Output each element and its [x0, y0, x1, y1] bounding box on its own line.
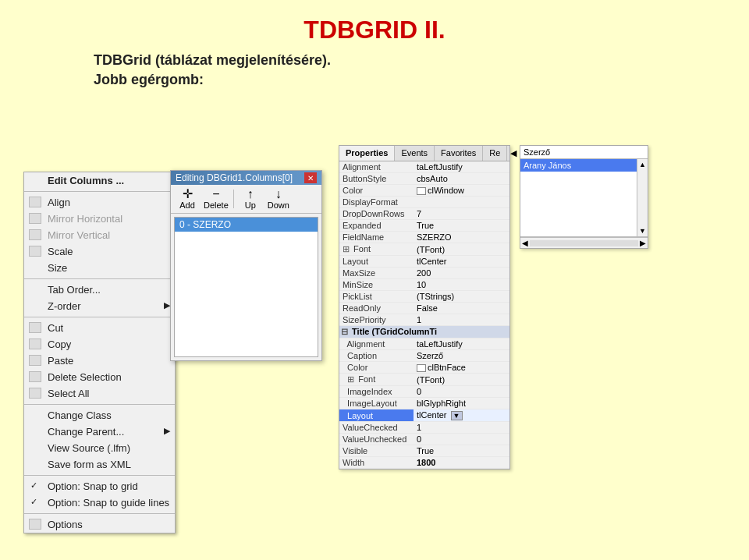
prop-name-title-alignment: Alignment — [339, 338, 414, 350]
menu-item-save-form[interactable]: Save form as XML — [24, 456, 175, 473]
menu-item-edit-columns[interactable]: Edit Columns ... — [24, 172, 175, 189]
szerzo-scrollbar: ▲ ▼ — [637, 159, 648, 236]
tab-properties[interactable]: Properties — [339, 146, 395, 161]
menu-item-tab-order[interactable]: Tab Order... — [24, 282, 175, 298]
prop-value-dropdownrows[interactable]: 7 — [414, 208, 509, 220]
prop-value-picklist[interactable]: (TStrings) — [414, 291, 509, 303]
prop-value-valuechecked[interactable]: 1 — [414, 422, 509, 434]
prop-value-color[interactable]: clWindow — [414, 185, 509, 197]
prop-value-readonly[interactable]: False — [414, 303, 509, 314]
columns-list[interactable]: 0 - SZERZO — [174, 217, 318, 357]
prop-name-valuechecked: ValueChecked — [339, 422, 414, 434]
color-swatch — [417, 187, 426, 195]
up-button[interactable]: ↑ Up — [239, 188, 262, 210]
menu-item-scale[interactable]: Scale — [24, 243, 175, 260]
prop-value-title-font[interactable]: (TFont) — [414, 374, 509, 386]
list-item-szerzo[interactable]: 0 - SZERZO — [175, 218, 318, 232]
layout-dropdown[interactable]: ▼ — [451, 411, 463, 420]
tab-events[interactable]: Events — [395, 146, 435, 161]
prop-maxsize: MaxSize 200 — [339, 268, 509, 279]
scroll-up[interactable]: ▲ — [637, 161, 648, 168]
menu-item-size[interactable]: Size — [24, 260, 175, 276]
prop-name-maxsize: MaxSize — [339, 268, 414, 279]
add-button[interactable]: ✛ Add — [176, 188, 199, 210]
options-icon — [29, 519, 41, 530]
prop-value-font[interactable]: (TFont) — [414, 243, 509, 256]
tab-favorites[interactable]: Favorites — [435, 146, 483, 161]
menu-item-paste[interactable]: Paste — [24, 353, 175, 369]
prop-value-title-layout[interactable]: tlCenter ▼ — [414, 409, 509, 422]
menu-item-view-source[interactable]: View Source (.lfm) — [24, 440, 175, 456]
prop-value-buttonstyle[interactable]: cbsAuto — [414, 173, 509, 185]
menu-item-align[interactable]: Align — [24, 194, 175, 211]
prop-expanded: Expanded True — [339, 220, 509, 232]
context-menu: Edit Columns ... Align Mirror Horizontal… — [23, 172, 176, 533]
prop-valuechecked: ValueChecked 1 — [339, 422, 509, 434]
down-button[interactable]: ↓ Down — [267, 188, 290, 210]
menu-divider-1 — [24, 191, 175, 192]
prop-title-caption: Caption Szerző — [339, 350, 509, 362]
prop-picklist: PickList (TStrings) — [339, 291, 509, 303]
prop-dropdownrows: DropDownRows 7 — [339, 208, 509, 220]
menu-item-change-parent[interactable]: Change Parent... ▶ — [24, 424, 175, 440]
delete-button[interactable]: − Delete — [204, 188, 229, 210]
prop-value-title-imagelayout[interactable]: blGlyphRight — [414, 398, 509, 409]
menu-item-snap-guide[interactable]: ✓ Option: Snap to guide lines — [24, 494, 175, 511]
hscroll-right[interactable]: ▶ — [640, 239, 646, 247]
menu-item-change-class[interactable]: Change Class — [24, 407, 175, 424]
mirror-h-icon — [29, 213, 41, 224]
prop-title-layout[interactable]: Layout tlCenter ▼ — [339, 409, 509, 422]
prop-value-fieldname[interactable]: SZERZO — [414, 232, 509, 243]
prop-name-color: Color — [339, 185, 414, 197]
prop-value-layout[interactable]: tlCenter — [414, 256, 509, 268]
szerzo-panel: Szerző Arany János ▲ ▼ ◀ ▶ — [520, 145, 648, 249]
align-icon — [29, 197, 41, 207]
prop-value-sizepriority[interactable]: 1 — [414, 314, 509, 326]
prop-title-header: ⊟ Title (TGridColumnTi — [339, 326, 509, 338]
dialog-close-button[interactable]: ✕ — [304, 172, 317, 183]
subtitle2: Jobb egérgomb: — [94, 72, 749, 88]
prop-value-valueunchecked[interactable]: 0 — [414, 434, 509, 445]
menu-item-cut[interactable]: Cut — [24, 320, 175, 336]
prop-value-alignment[interactable]: taLeftJustify — [414, 161, 509, 173]
menu-item-select-all[interactable]: Select All — [24, 385, 175, 402]
delete-icon — [29, 371, 41, 382]
prop-value-title-color[interactable]: clBtnFace — [414, 362, 509, 374]
szerzo-hscrollbar: ◀ ▶ — [520, 237, 648, 248]
prop-buttonstyle: ButtonStyle cbsAuto — [339, 173, 509, 185]
props-nav-left[interactable]: ◀ — [507, 146, 520, 161]
menu-item-snap-grid[interactable]: ✓ Option: Snap to grid — [24, 478, 175, 494]
hscroll-left[interactable]: ◀ — [522, 239, 528, 247]
prop-value-displayformat[interactable] — [414, 197, 509, 208]
prop-alignment: Alignment taLeftJustify — [339, 161, 509, 173]
prop-name-font: ⊞ Font — [339, 243, 414, 256]
prop-value-title-imageindex[interactable]: 0 — [414, 386, 509, 398]
menu-item-z-order[interactable]: Z-order ▶ — [24, 298, 175, 314]
menu-item-mirror-horizontal[interactable]: Mirror Horizontal — [24, 211, 175, 227]
prop-value-title-alignment[interactable]: taLeftJustify — [414, 338, 509, 350]
paste-icon — [29, 355, 41, 366]
prop-name-width: Width — [339, 457, 414, 469]
prop-title-font: ⊞ Font (TFont) — [339, 374, 509, 386]
prop-value-minsize[interactable]: 10 — [414, 279, 509, 291]
prop-value-visible[interactable]: True — [414, 445, 509, 457]
prop-value-expanded[interactable]: True — [414, 220, 509, 232]
menu-item-copy[interactable]: Copy — [24, 336, 175, 353]
down-label: Down — [268, 200, 289, 210]
prop-name-alignment: Alignment — [339, 161, 414, 173]
prop-readonly: ReadOnly False — [339, 303, 509, 314]
scale-icon — [29, 246, 41, 257]
prop-name-buttonstyle: ButtonStyle — [339, 173, 414, 185]
prop-value-width[interactable]: 1800 — [414, 457, 509, 469]
dialog-title: Editing DBGrid1.Columns[0] — [176, 172, 293, 183]
menu-item-options[interactable]: Options — [24, 516, 175, 533]
menu-item-delete-selection[interactable]: Delete Selection — [24, 369, 175, 385]
scroll-down[interactable]: ▼ — [637, 227, 648, 235]
prop-name-dropdownrows: DropDownRows — [339, 208, 414, 220]
menu-item-mirror-vertical[interactable]: Mirror Vertical — [24, 227, 175, 243]
prop-value-maxsize[interactable]: 200 — [414, 268, 509, 279]
tab-re[interactable]: Re — [483, 146, 507, 161]
prop-value-title-caption[interactable]: Szerző — [414, 350, 509, 362]
editing-dialog: Editing DBGrid1.Columns[0] ✕ ✛ Add − Del… — [170, 170, 322, 361]
szerzo-item-arany[interactable]: Arany János — [520, 159, 648, 172]
